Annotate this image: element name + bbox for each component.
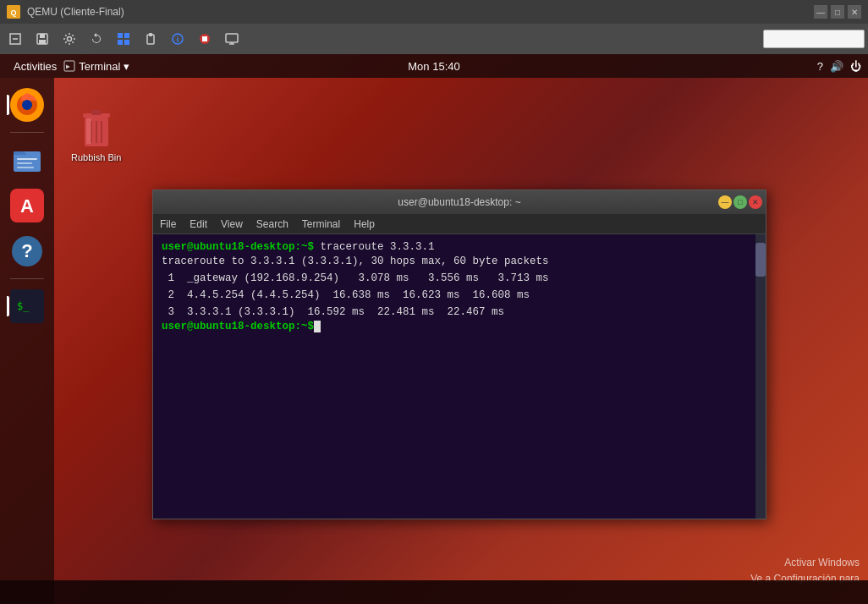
svg-point-23 <box>22 100 32 110</box>
svg-rect-8 <box>118 33 123 38</box>
terminal-output-4: 3 3.3.3.1 (3.3.3.1) 16.592 ms 22.481 ms … <box>162 304 757 321</box>
trash-svg <box>76 108 117 152</box>
qemu-logo-icon: Q <box>7 5 20 19</box>
toolbar-save-btn[interactable] <box>30 27 54 51</box>
terminal-cursor <box>314 321 321 332</box>
terminal-menubar: File Edit View Search Terminal Help <box>153 214 766 234</box>
sidebar-item-terminal[interactable]: $_ <box>7 286 47 327</box>
terminal-maximize-btn[interactable]: □ <box>733 195 747 209</box>
svg-point-7 <box>68 37 72 41</box>
svg-text:A: A <box>20 195 34 217</box>
terminal-output-3: 2 4.4.5.254 (4.4.5.254) 16.638 ms 16.623… <box>162 287 757 304</box>
terminal-output-1: traceroute to 3.3.3.1 (3.3.3.1), 30 hops… <box>162 253 757 270</box>
terminal-menu-edit[interactable]: Edit <box>186 218 211 230</box>
svg-text:$_: $_ <box>17 300 30 312</box>
terminal-menu-file[interactable]: File <box>157 218 179 230</box>
svg-rect-9 <box>124 33 129 38</box>
terminal-titlebar: user@ubuntu18-desktop: ~ — □ ✕ <box>153 190 766 214</box>
scrollbar-thumb[interactable] <box>755 243 766 277</box>
sidebar-item-files[interactable] <box>7 140 47 180</box>
toolbar-clipboard-btn[interactable] <box>139 27 162 51</box>
terminal-menu-search[interactable]: Search <box>253 218 292 230</box>
toolbar-settings-btn[interactable] <box>58 27 81 51</box>
qemu-toolbar: i <box>0 24 868 54</box>
rubbish-bin-image <box>76 110 117 151</box>
terminal-menu-terminal[interactable]: Terminal <box>299 218 343 230</box>
activate-windows-line1: Activar Windows <box>750 555 860 571</box>
ubuntu-sidebar: A ? $_ <box>0 78 54 604</box>
toolbar-monitor-btn[interactable] <box>220 27 244 51</box>
qemu-window-controls: — □ ✕ <box>814 5 861 19</box>
terminal-menu-help[interactable]: Help <box>350 218 378 230</box>
terminal-close-btn[interactable]: ✕ <box>749 195 762 209</box>
terminal-line-1: user@ubuntu18-desktop:~$ traceroute 3.3.… <box>162 241 757 253</box>
terminal-window-title: user@ubuntu18-desktop: ~ <box>398 196 520 208</box>
terminal-prompt-2: user@ubuntu18-desktop:~$ <box>162 321 314 332</box>
sidebar-item-appstore[interactable]: A <box>7 185 47 226</box>
qemu-search-input[interactable] <box>763 30 865 48</box>
terminal-prompt-1: user@ubuntu18-desktop:~$ <box>162 241 314 253</box>
toolbar-stop-btn[interactable] <box>193 27 217 51</box>
svg-rect-6 <box>39 40 46 44</box>
sidebar-separator <box>10 132 44 133</box>
ubuntu-topbar: Activities ▶ Terminal ▾ Mon 15:40 ? 🔊 ⏻ <box>0 54 868 78</box>
terminal-dock-icon: $_ <box>10 289 44 323</box>
qemu-titlebar: Q QEMU (Cliente-Final) — □ ✕ <box>0 0 868 24</box>
svg-text:▶: ▶ <box>66 63 70 70</box>
terminal-window-controls: — □ ✕ <box>718 195 762 209</box>
activities-button[interactable]: Activities <box>7 60 63 73</box>
ubuntu-bottombar <box>0 580 868 604</box>
svg-rect-13 <box>149 33 152 36</box>
ubuntu-clock: Mon 15:40 <box>408 60 459 73</box>
toolbar-windows-btn[interactable] <box>112 27 135 51</box>
terminal-window: user@ubuntu18-desktop: ~ — □ ✕ File Edit… <box>152 189 766 519</box>
terminal-command: traceroute 3.3.3.1 <box>314 241 435 253</box>
svg-text:Q: Q <box>10 8 16 17</box>
svg-rect-26 <box>17 162 32 164</box>
terminal-menu-label: Terminal <box>79 60 120 73</box>
power-icon[interactable]: ⏻ <box>850 60 861 73</box>
svg-rect-5 <box>40 34 45 38</box>
maximize-button[interactable]: □ <box>831 5 844 19</box>
qemu-window: Q QEMU (Cliente-Final) — □ ✕ i <box>0 0 868 604</box>
svg-rect-17 <box>202 36 207 41</box>
terminal-menu-view[interactable]: View <box>217 218 246 230</box>
svg-rect-40 <box>86 118 91 144</box>
svg-rect-11 <box>124 40 129 45</box>
terminal-output-2: 1 _gateway (192.168.9.254) 3.078 ms 3.55… <box>162 270 757 287</box>
terminal-menu[interactable]: ▶ Terminal ▾ <box>63 60 129 73</box>
toolbar-info-btn[interactable]: i <box>166 27 190 51</box>
svg-rect-35 <box>91 110 102 115</box>
svg-rect-25 <box>17 158 37 160</box>
svg-rect-27 <box>17 167 34 168</box>
close-button[interactable]: ✕ <box>848 5 861 19</box>
terminal-body[interactable]: user@ubuntu18-desktop:~$ traceroute 3.3.… <box>153 234 766 519</box>
files-icon <box>10 143 44 177</box>
accessibility-icon[interactable]: ? <box>817 60 823 73</box>
appstore-icon: A <box>10 189 44 222</box>
minimize-button[interactable]: — <box>814 5 827 19</box>
terminal-icon: ▶ <box>63 60 75 72</box>
qemu-window-title: QEMU (Cliente-Final) <box>27 6 807 18</box>
toolbar-refresh-btn[interactable] <box>85 27 108 51</box>
rubbish-bin-icon[interactable]: Rubbish Bin <box>68 107 124 166</box>
terminal-menu-arrow: ▾ <box>124 60 129 73</box>
terminal-scrollbar[interactable] <box>755 234 766 519</box>
toolbar-power-btn[interactable] <box>3 27 27 51</box>
ubuntu-tray: ? 🔊 ⏻ <box>817 60 861 73</box>
sidebar-separator-2 <box>10 278 44 279</box>
audio-icon[interactable]: 🔊 <box>830 60 843 73</box>
help-icon: ? <box>10 234 44 268</box>
firefox-icon <box>8 86 46 124</box>
ubuntu-desktop: Activities ▶ Terminal ▾ Mon 15:40 ? 🔊 ⏻ <box>0 54 868 604</box>
sidebar-item-help[interactable]: ? <box>7 231 47 272</box>
terminal-minimize-btn[interactable]: — <box>718 195 732 209</box>
terminal-line-2: user@ubuntu18-desktop:~$ <box>162 321 757 332</box>
svg-rect-18 <box>226 34 238 42</box>
sidebar-item-firefox[interactable] <box>7 85 47 125</box>
rubbish-bin-label: Rubbish Bin <box>71 152 121 162</box>
svg-text:?: ? <box>21 240 32 261</box>
svg-text:i: i <box>177 36 179 44</box>
svg-rect-10 <box>118 40 123 45</box>
